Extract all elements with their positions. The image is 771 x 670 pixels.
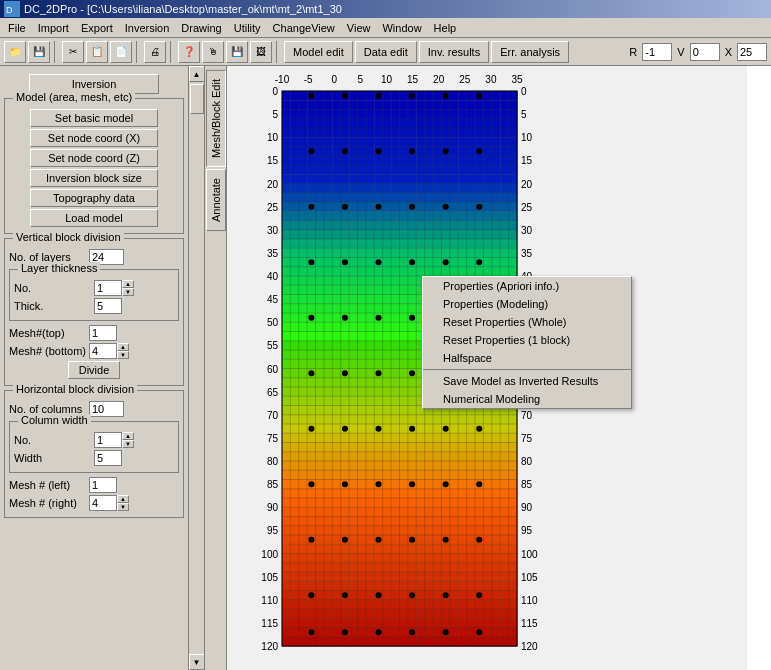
no-spin-down[interactable]: ▼: [122, 288, 134, 296]
toolbar-err-analysis[interactable]: Err. analysis: [491, 41, 569, 63]
mesh-right-row: Mesh # (right) ▲ ▼: [9, 495, 179, 511]
mesh-left-row: Mesh # (left): [9, 477, 179, 493]
ctx-properties-apriori[interactable]: Properties (Apriori info.): [423, 277, 631, 295]
mesh-right-label: Mesh # (right): [9, 497, 89, 509]
mesh-left-input[interactable]: [89, 477, 117, 493]
mesh-right-input[interactable]: [89, 495, 117, 511]
menu-bar: File Import Export Inversion Drawing Uti…: [0, 18, 771, 38]
ctx-properties-modeling[interactable]: Properties (Modeling): [423, 295, 631, 313]
toolbar-copy[interactable]: 📋: [86, 41, 108, 63]
r-label: R: [626, 46, 640, 58]
ctx-save-inverted[interactable]: Save Model as Inverted Results: [423, 372, 631, 390]
col-no-input[interactable]: [94, 432, 122, 448]
toolbar-open[interactable]: 📁: [4, 41, 26, 63]
toolbar-cursor[interactable]: 🖱: [202, 41, 224, 63]
model-group: Model (area, mesh, etc) Set basic model …: [4, 98, 184, 234]
no-columns-input[interactable]: [89, 401, 124, 417]
horizontal-group-title: Horizontal block division: [13, 383, 137, 395]
side-tabs: Mesh/Block Edit Annotate: [205, 66, 227, 670]
main-layout: Inversion Model (area, mesh, etc) Set ba…: [0, 66, 771, 670]
menu-import[interactable]: Import: [32, 20, 75, 36]
width-input[interactable]: [94, 450, 122, 466]
svg-text:D: D: [6, 5, 13, 15]
ctx-reset-whole[interactable]: Reset Properties (Whole): [423, 313, 631, 331]
menu-file[interactable]: File: [2, 20, 32, 36]
mesh-bottom-input[interactable]: [89, 343, 117, 359]
ctx-halfspace[interactable]: Halfspace: [423, 349, 631, 367]
menu-inversion[interactable]: Inversion: [119, 20, 176, 36]
menu-changeview[interactable]: ChangeView: [267, 20, 341, 36]
no-row: No. ▲ ▼: [14, 280, 174, 296]
vertical-group-title: Vertical block division: [13, 231, 124, 243]
r-input[interactable]: [642, 43, 672, 61]
col-no-down[interactable]: ▼: [122, 440, 134, 448]
mesh-top-input[interactable]: [89, 325, 117, 341]
layer-thickness-content: No. ▲ ▼ Thick.: [14, 280, 174, 314]
toolbar-coords: R V X: [626, 43, 767, 61]
menu-view[interactable]: View: [341, 20, 377, 36]
topography-data-btn[interactable]: Topography data: [30, 189, 158, 207]
width-label: Width: [14, 452, 94, 464]
app-icon: D: [4, 1, 20, 17]
thick-label: Thick.: [14, 300, 94, 312]
x-label: X: [722, 46, 735, 58]
scroll-thumb[interactable]: [190, 84, 204, 114]
mesh-top-row: Mesh#(top): [9, 325, 179, 341]
column-width-group: Column width No. ▲ ▼ Width: [9, 421, 179, 473]
no-label: No.: [14, 282, 94, 294]
model-group-title: Model (area, mesh, etc): [13, 91, 135, 103]
col-no-label: No.: [14, 434, 94, 446]
column-width-content: No. ▲ ▼ Width: [14, 432, 174, 466]
toolbar-image[interactable]: 🖼: [250, 41, 272, 63]
model-buttons: Set basic model Set node coord (X) Set n…: [9, 109, 179, 227]
tab-mesh-block-edit[interactable]: Mesh/Block Edit: [206, 70, 226, 167]
inversion-block-size-btn[interactable]: Inversion block size: [30, 169, 158, 187]
toolbar-paste[interactable]: 📄: [110, 41, 132, 63]
x-input[interactable]: [737, 43, 767, 61]
toolbar-inv-results[interactable]: Inv. results: [419, 41, 489, 63]
toolbar-cut[interactable]: ✂: [62, 41, 84, 63]
toolbar-export[interactable]: 💾: [226, 41, 248, 63]
set-node-z-btn[interactable]: Set node coord (Z): [30, 149, 158, 167]
menu-window[interactable]: Window: [376, 20, 427, 36]
menu-help[interactable]: Help: [428, 20, 463, 36]
set-node-x-btn[interactable]: Set node coord (X): [30, 129, 158, 147]
menu-utility[interactable]: Utility: [228, 20, 267, 36]
set-basic-model-btn[interactable]: Set basic model: [30, 109, 158, 127]
no-spinner: ▲ ▼: [122, 280, 134, 296]
mesh-top-label: Mesh#(top): [9, 327, 89, 339]
col-no-up[interactable]: ▲: [122, 432, 134, 440]
v-label: V: [674, 46, 687, 58]
scroll-down[interactable]: ▼: [189, 654, 205, 670]
window-title: DC_2DPro - [C:\Users\iliana\Desktop\mast…: [24, 3, 342, 15]
toolbar-help[interactable]: ❓: [178, 41, 200, 63]
col-no-row: No. ▲ ▼: [14, 432, 174, 448]
ctx-numerical-modeling[interactable]: Numerical Modeling: [423, 390, 631, 408]
mesh-left-label: Mesh # (left): [9, 479, 89, 491]
title-bar: D DC_2DPro - [C:\Users\iliana\Desktop\ma…: [0, 0, 771, 18]
divide-btn[interactable]: Divide: [68, 361, 121, 379]
toolbar-data-edit[interactable]: Data edit: [355, 41, 417, 63]
no-spin-up[interactable]: ▲: [122, 280, 134, 288]
mesh-bottom-spinner: ▲ ▼: [117, 343, 129, 359]
left-panel-scrollbar[interactable]: ▲ ▼: [188, 66, 204, 670]
tab-annotate[interactable]: Annotate: [206, 169, 226, 231]
load-model-btn[interactable]: Load model: [30, 209, 158, 227]
mesh-bottom-up[interactable]: ▲: [117, 343, 129, 351]
no-input[interactable]: [94, 280, 122, 296]
v-input[interactable]: [690, 43, 720, 61]
toolbar-save[interactable]: 💾: [28, 41, 50, 63]
left-panel: Inversion Model (area, mesh, etc) Set ba…: [0, 66, 205, 670]
column-width-title: Column width: [18, 414, 91, 426]
menu-drawing[interactable]: Drawing: [175, 20, 227, 36]
toolbar-print[interactable]: 🖨: [144, 41, 166, 63]
mesh-right-up[interactable]: ▲: [117, 495, 129, 503]
thick-input[interactable]: [94, 298, 122, 314]
ctx-reset-1block[interactable]: Reset Properties (1 block): [423, 331, 631, 349]
toolbar-model-edit[interactable]: Model edit: [284, 41, 353, 63]
menu-export[interactable]: Export: [75, 20, 119, 36]
mesh-right-down[interactable]: ▼: [117, 503, 129, 511]
width-row: Width: [14, 450, 174, 466]
mesh-bottom-down[interactable]: ▼: [117, 351, 129, 359]
scroll-up[interactable]: ▲: [189, 66, 205, 82]
